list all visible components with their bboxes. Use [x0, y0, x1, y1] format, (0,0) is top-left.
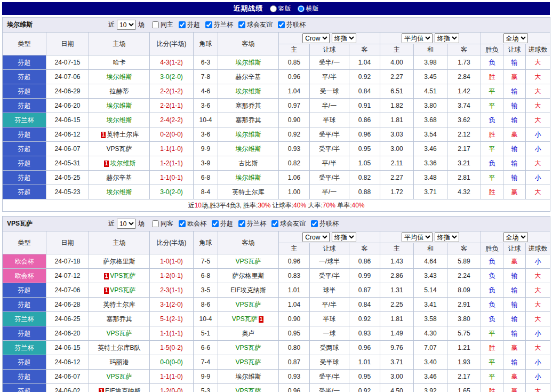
team-name-link[interactable]: EIF埃克纳斯	[230, 286, 266, 294]
col-type: 类型	[3, 33, 46, 55]
team-name-link[interactable]: 赫尔辛基	[107, 174, 132, 181]
horizontal-radio-input[interactable]	[298, 5, 305, 12]
checkbox-input[interactable]	[238, 220, 245, 227]
team-name-link[interactable]: 埃尔维斯	[107, 188, 132, 196]
team-name-link[interactable]: 古比斯	[239, 159, 258, 167]
checkbox-input[interactable]	[311, 220, 318, 227]
away-team-cell: 埃尔维斯	[218, 370, 279, 384]
home-team-cell: 赫尔辛基	[89, 171, 150, 185]
team-name-link[interactable]: VPS瓦萨	[110, 272, 135, 279]
competition-type-badge: 欧会杯	[3, 269, 46, 283]
team-name-link[interactable]: 埃尔维斯	[236, 87, 261, 95]
league-filter-checkbox[interactable]: 芬兰杯	[238, 219, 266, 228]
checkbox-input[interactable]	[205, 21, 212, 28]
team-name-link[interactable]: EIF埃克纳斯	[105, 387, 141, 392]
same-side-checkbox[interactable]: 同客	[152, 219, 173, 228]
layout-radio-horizontal[interactable]: 横版	[298, 4, 319, 13]
team-name-link[interactable]: 奥卢	[242, 330, 255, 337]
vertical-radio-input[interactable]	[270, 5, 277, 12]
checkbox-input[interactable]	[152, 220, 159, 227]
corner-count: 10-4	[194, 312, 218, 326]
match-row: 芬兰杯24-06-25塞那乔其5-1(2-1)10-4VPS瓦萨10.90半球0…	[3, 312, 550, 326]
match-row: 芬超24-06-07VPS瓦萨1-1(1-0)9-9埃尔维斯0.93受平/半0.…	[3, 142, 550, 156]
team-name-link[interactable]: 埃尔维斯	[236, 174, 261, 181]
team-name-link[interactable]: VPS瓦萨	[235, 387, 261, 392]
odds-away: 0.86	[349, 113, 380, 127]
avg-stage-select[interactable]: 终指	[435, 33, 459, 43]
avg-home-odds: 4.00	[380, 55, 414, 70]
home-team-cell: 玛丽港	[89, 355, 150, 370]
team-name-link[interactable]: 埃尔维斯	[236, 373, 261, 380]
odds-stage-select[interactable]: 终指	[332, 232, 356, 242]
team-name-link[interactable]: 哈卡	[113, 59, 126, 66]
league-filter-checkbox[interactable]: 芬兰杯	[205, 20, 233, 29]
fulltime-select[interactable]: 全场	[503, 33, 528, 43]
bookmaker-select[interactable]: Crow	[302, 232, 330, 242]
checkbox-input[interactable]	[179, 21, 186, 28]
team-name-link[interactable]: 埃尔维斯	[107, 102, 132, 109]
team-name-link[interactable]: VPS瓦萨	[235, 301, 261, 308]
team-name-link[interactable]: 埃尔维斯	[236, 145, 261, 153]
team-name-link[interactable]: 埃尔维斯	[236, 131, 261, 138]
avg-select[interactable]: 平均值	[402, 232, 433, 242]
result-goals: 大	[526, 384, 550, 392]
home-team-cell: 1EIF埃克纳斯	[89, 384, 150, 392]
team-name-link[interactable]: 英特土尔库	[233, 188, 265, 196]
team-name-link[interactable]: 塞那乔其	[107, 315, 132, 323]
fulltime-select[interactable]: 全场	[503, 232, 528, 242]
team-name-link[interactable]: VPS瓦萨	[235, 358, 261, 366]
team-name-link[interactable]: VPS瓦萨	[106, 145, 132, 153]
team-name-link[interactable]: 玛丽港	[110, 358, 129, 366]
home-team-cell: 1埃尔维斯	[89, 156, 150, 171]
score-cell: 3-0(2-0)	[150, 185, 194, 199]
team-name-link[interactable]: VPS瓦萨	[106, 330, 132, 337]
checkbox-input[interactable]	[152, 21, 159, 28]
away-team-cell: VPS瓦萨1	[218, 312, 279, 326]
corner-count: 3-6	[194, 127, 218, 142]
avg-select[interactable]: 平均值	[402, 33, 433, 43]
league-filter-checkbox[interactable]: 欧会杯	[179, 219, 206, 228]
team-name-link[interactable]: 塞那乔其	[236, 102, 261, 109]
team-name-link[interactable]: 埃尔维斯	[110, 159, 135, 167]
team-name-link[interactable]: VPS瓦萨	[106, 373, 132, 380]
team-name-link[interactable]: 埃尔维斯	[107, 116, 132, 124]
team-name-link[interactable]: VPS瓦萨	[235, 344, 261, 351]
result-handicap: 输	[503, 326, 526, 341]
checkbox-input[interactable]	[212, 220, 219, 227]
checkbox-input[interactable]	[238, 21, 245, 28]
team-name-link[interactable]: VPS瓦萨	[232, 315, 258, 323]
team-name-link[interactable]: 埃尔维斯	[107, 73, 132, 81]
team-name-link[interactable]: 拉赫蒂	[110, 87, 129, 95]
checkbox-input[interactable]	[278, 21, 285, 28]
league-filter-checkbox[interactable]: 球会友谊	[238, 20, 273, 29]
team-name-link[interactable]: 塞那乔其	[236, 116, 261, 124]
avg-stage-select[interactable]: 终指	[435, 232, 459, 242]
team-name-link[interactable]: 埃尔维斯	[236, 59, 261, 66]
team-name-link[interactable]: VPS瓦萨	[235, 258, 261, 265]
league-filter-checkbox[interactable]: 芬联杯	[311, 219, 339, 228]
league-filter-checkbox[interactable]: 球会友谊	[271, 219, 306, 228]
summary-line: 近10场,胜3平4负3, 胜率:30% 让球率:40% 大率:70% 单率:40…	[188, 202, 365, 209]
league-filter-checkbox[interactable]: 芬超	[212, 219, 233, 228]
odds-stage-select[interactable]: 终指	[332, 33, 356, 43]
team-name-link[interactable]: 英特土尔库	[107, 131, 139, 138]
team-name-link[interactable]: 萨尔格里斯	[103, 258, 135, 265]
recent-count-select[interactable]: 10	[117, 219, 136, 229]
team-name-link[interactable]: 英特土尔库	[103, 301, 135, 308]
team-name-link[interactable]: VPS瓦萨	[110, 286, 135, 294]
team-name-link[interactable]: 赫尔辛基	[236, 73, 261, 81]
checkbox-input[interactable]	[271, 220, 278, 227]
score-cell: 5-1(2-1)	[150, 312, 194, 326]
league-filter-checkbox[interactable]: 芬联杯	[278, 20, 306, 29]
same-side-checkbox[interactable]: 同主	[152, 20, 173, 29]
bookmaker-select[interactable]: Crow	[302, 33, 330, 43]
team-name-link[interactable]: 英特土尔库B队	[98, 344, 140, 351]
team-name-link[interactable]: 萨尔格里斯	[233, 272, 265, 279]
checkbox-input[interactable]	[179, 220, 186, 227]
team-name: VPS瓦萨	[7, 219, 108, 228]
league-filter-checkbox[interactable]: 芬超	[179, 20, 200, 29]
avg-away-odds: 2.81	[447, 171, 481, 185]
recent-count-select[interactable]: 10	[117, 20, 136, 30]
home-team-cell: 埃尔维斯	[89, 70, 150, 84]
layout-radio-vertical[interactable]: 竖版	[270, 4, 291, 13]
